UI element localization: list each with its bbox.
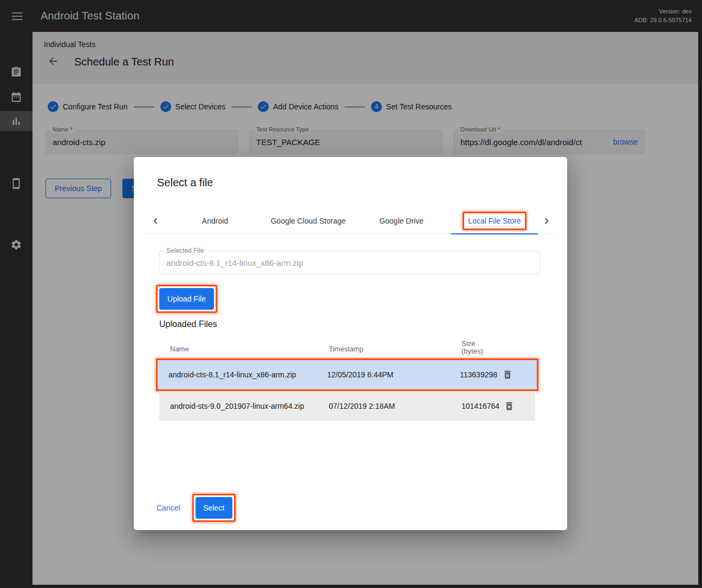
tabs-scroll-right-button[interactable] bbox=[539, 213, 554, 228]
trash-icon bbox=[504, 401, 515, 411]
cancel-button[interactable]: Cancel bbox=[157, 504, 180, 512]
file-source-tabs: Android Google Cloud Storage Google Driv… bbox=[145, 208, 554, 234]
delete-file-button[interactable] bbox=[501, 368, 514, 381]
file-name-cell: android-cts-8.1_r14-linux_x86-arm.zip bbox=[168, 370, 296, 379]
tab-google-drive[interactable]: Google Drive bbox=[358, 208, 445, 234]
upload-file-button[interactable]: Upload File bbox=[159, 288, 214, 310]
column-header-name: Name bbox=[170, 345, 189, 353]
chevron-left-icon bbox=[150, 215, 161, 227]
annotation-box-local-file-store: Local File Store bbox=[463, 212, 526, 230]
tabs-scroll-left-button[interactable] bbox=[148, 213, 163, 228]
chevron-right-icon bbox=[541, 215, 552, 227]
annotation-box-selected-row: android-cts-8.1_r14-linux_x86-arm.zip 12… bbox=[156, 358, 538, 391]
file-name-cell: android-sts-9.0_201907-linux-arm64.zip bbox=[170, 402, 304, 410]
column-header-size-line2: (bytes) bbox=[461, 347, 483, 355]
timestamp-cell: 12/05/2019 6:44PM bbox=[327, 370, 393, 379]
dialog-title: Select a file bbox=[157, 177, 213, 189]
annotation-box-upload-file: Upload File bbox=[156, 285, 217, 313]
uploaded-files-table-header: Name Timestamp Size (bytes) bbox=[159, 336, 535, 357]
tab-local-file-store[interactable]: Local File Store bbox=[451, 208, 538, 234]
timestamp-cell: 07/12/2019 2:18AM bbox=[329, 402, 395, 410]
delete-file-button[interactable] bbox=[503, 400, 516, 413]
size-cell: 113639298 bbox=[460, 370, 497, 379]
selected-file-label: Selected File bbox=[164, 247, 206, 254]
tab-label: Google Drive bbox=[379, 217, 424, 225]
uploaded-files-title: Uploaded Files bbox=[159, 319, 217, 329]
tab-label: Google Cloud Storage bbox=[271, 217, 346, 225]
table-row-cts-file[interactable]: android-cts-8.1_r14-linux_x86-arm.zip 12… bbox=[158, 360, 537, 389]
tab-google-cloud-storage[interactable]: Google Cloud Storage bbox=[265, 208, 352, 234]
selected-file-value: android-cts-8.1_r14-linux_x86-arm.zip bbox=[166, 258, 303, 267]
selected-file-field[interactable]: Selected File android-cts-8.1_r14-linux_… bbox=[159, 251, 540, 275]
select-button[interactable]: Select bbox=[196, 497, 232, 519]
table-row-sts-file[interactable]: android-sts-9.0_201907-linux-arm64.zip 0… bbox=[159, 391, 535, 421]
annotation-box-select: Select bbox=[192, 494, 236, 522]
select-file-dialog: Select a file Android Google Cloud Stora… bbox=[134, 157, 567, 530]
column-header-size-line1: Size bbox=[461, 339, 475, 348]
dialog-actions: Cancel Select bbox=[157, 493, 236, 522]
trash-icon bbox=[502, 369, 513, 380]
column-header-timestamp: Timestamp bbox=[329, 345, 363, 353]
column-header-size: Size (bytes) bbox=[461, 340, 483, 355]
tab-android[interactable]: Android bbox=[172, 208, 258, 234]
tab-label: Android bbox=[202, 217, 228, 225]
uploaded-files-table: android-cts-8.1_r14-linux_x86-arm.zip 12… bbox=[159, 358, 535, 421]
size-cell: 101416764 bbox=[461, 402, 499, 410]
tab-label: Local File Store bbox=[468, 217, 521, 225]
